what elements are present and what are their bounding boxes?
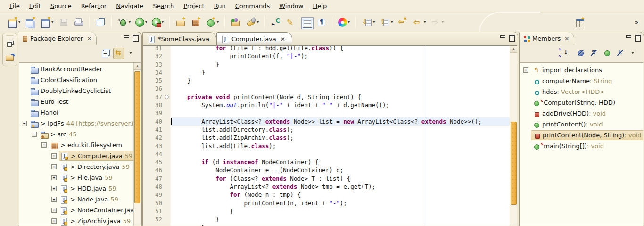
- tree-expander-icon[interactable]: −: [32, 132, 37, 137]
- code-line[interactable]: 37− private void printContent(Node d, St…: [143, 93, 510, 101]
- menu-source[interactable]: Source: [46, 1, 76, 11]
- dropdown-chevron-icon[interactable]: ▾: [162, 20, 164, 24]
- tree-expander-icon[interactable]: +: [51, 197, 57, 202]
- code-line[interactable]: 45 if (d instanceof NodeContainer) {: [143, 158, 510, 166]
- code-text[interactable]: }: [171, 60, 510, 68]
- new-java-class-button[interactable]: ▾: [204, 16, 220, 28]
- toolbar-overflow-chevron[interactable]: »: [635, 18, 638, 25]
- code-line[interactable]: 36: [143, 84, 510, 92]
- open-new-view-button[interactable]: [573, 16, 586, 28]
- code-text[interactable]: [171, 150, 510, 158]
- menu-help[interactable]: Help: [308, 1, 332, 11]
- save-all-button[interactable]: [94, 16, 107, 28]
- minimize-button[interactable]: [626, 35, 631, 40]
- code-text[interactable]: ArrayList<Class<? extends Node>> list = …: [171, 117, 510, 126]
- tree-item[interactable]: −> edu.kit.filesystem: [19, 140, 133, 151]
- code-text[interactable]: if (d instanceof NodeContainer) {: [171, 158, 510, 166]
- package-explorer-tab[interactable]: Package Explorer ✕: [18, 32, 97, 45]
- code-text[interactable]: list.add(Directory.class);: [171, 126, 510, 134]
- menu-search[interactable]: Search: [149, 1, 179, 11]
- code-line[interactable]: 50 printContent(n, ident + "-");: [143, 199, 510, 207]
- code-line[interactable]: 34 }: [143, 68, 510, 76]
- code-line[interactable]: 38 System.out.println("|-" + ident + " "…: [143, 101, 510, 109]
- dropdown-chevron-icon[interactable]: ▾: [391, 20, 393, 24]
- run-button[interactable]: ▾: [134, 16, 149, 28]
- member-item[interactable]: cComputer(String, HDD): [520, 97, 643, 108]
- code-text[interactable]: }: [171, 215, 510, 223]
- maximize-button[interactable]: [509, 35, 515, 40]
- code-line[interactable]: 40 ArrayList<Class<? extends Node>> list…: [143, 117, 510, 126]
- code-line[interactable]: 44: [143, 150, 510, 158]
- dropdown-chevron-icon[interactable]: ▾: [145, 20, 147, 24]
- show-whitespace-characters-button[interactable]: [314, 16, 328, 28]
- code-text[interactable]: [171, 109, 510, 117]
- package-tree-scrollbar[interactable]: ▲: [133, 63, 141, 226]
- menu-run[interactable]: Run: [209, 1, 231, 11]
- dropdown-chevron-icon[interactable]: ▾: [257, 20, 259, 24]
- search-button[interactable]: ▾: [244, 16, 260, 28]
- code-text[interactable]: ArrayList<? extends Node> tmp = e.get(T)…: [171, 183, 510, 191]
- previous-annotation-button[interactable]: ▾: [378, 16, 394, 28]
- code-text[interactable]: list.add(File.class);: [171, 142, 510, 150]
- code-line[interactable]: 49 for (Node n : tmp) {: [143, 191, 510, 199]
- back-button[interactable]: ▾: [411, 16, 427, 28]
- menu-navigate[interactable]: Navigate: [111, 1, 148, 11]
- dropdown-chevron-icon[interactable]: ▾: [348, 20, 350, 24]
- code-line[interactable]: 46 NodeContainer e = (NodeContainer) d;: [143, 166, 510, 174]
- open-type-button[interactable]: [229, 16, 242, 28]
- code-text[interactable]: printContent(f, "|-");: [171, 52, 510, 60]
- code-line[interactable]: 33 }: [143, 60, 510, 68]
- member-item[interactable]: hdds : Vector<HDD>: [520, 86, 643, 97]
- code-line[interactable]: 53 }: [143, 224, 510, 226]
- debug-button[interactable]: ▾: [116, 16, 132, 28]
- dropdown-chevron-icon[interactable]: ▾: [424, 20, 426, 24]
- minimize-button[interactable]: [124, 35, 129, 40]
- tree-expander-icon[interactable]: +: [51, 153, 57, 159]
- run-external-tools-button[interactable]: ▾: [150, 16, 165, 28]
- code-text[interactable]: NodeContainer e = (NodeContainer) d;: [171, 166, 510, 174]
- member-expander-icon[interactable]: +: [523, 67, 528, 73]
- tree-item[interactable]: −> IpdFs44 [https://svnserver.i: [19, 118, 133, 129]
- print-button[interactable]: [72, 16, 85, 28]
- code-text[interactable]: System.out.println("|-" + ident + " " + …: [171, 101, 510, 109]
- fast-view-handle[interactable]: [6, 35, 14, 36]
- hide-fields-button[interactable]: [576, 48, 587, 59]
- tree-item[interactable]: Euro-Test: [19, 96, 133, 107]
- code-line[interactable]: 48 ArrayList<? extends Node> tmp = e.get…: [143, 183, 510, 191]
- code-text[interactable]: }: [171, 76, 510, 84]
- code-text[interactable]: }: [171, 207, 510, 215]
- dropdown-chevron-icon[interactable]: ▾: [217, 20, 219, 24]
- code-line[interactable]: 31 for (File f : hdd.get(File.class)) {: [143, 45, 510, 52]
- tree-expander-icon[interactable]: −: [22, 121, 27, 126]
- view-menu-button[interactable]: [126, 48, 138, 59]
- tree-expander-icon[interactable]: +: [51, 164, 57, 169]
- dropdown-chevron-icon[interactable]: ▾: [129, 20, 131, 24]
- code-line[interactable]: 35 }: [143, 76, 510, 84]
- tree-expander-icon[interactable]: +: [51, 175, 57, 180]
- code-line[interactable]: 51 }: [143, 207, 510, 215]
- code-text[interactable]: private void printContent(Node d, String…: [171, 93, 510, 101]
- editor-tab-computerjava[interactable]: Computer.java✕: [216, 32, 292, 45]
- editor-body[interactable]: 31 for (File f : hdd.get(File.class)) {3…: [143, 45, 517, 226]
- code-line[interactable]: 52 }: [143, 215, 510, 223]
- toggle-mark-occurrences-button[interactable]: [284, 16, 297, 28]
- menu-project[interactable]: Project: [179, 1, 209, 11]
- tree-item[interactable]: ColorClassification: [19, 75, 133, 85]
- menu-edit[interactable]: Edit: [25, 1, 46, 11]
- member-item[interactable]: addDrive(HDD) : void: [520, 108, 643, 119]
- new-wizard-button[interactable]: ▾: [6, 16, 22, 28]
- code-text[interactable]: list.add(ZipArchiv.class);: [171, 134, 510, 142]
- new-java-package-button[interactable]: [189, 16, 202, 28]
- tree-expander-icon[interactable]: +: [51, 218, 57, 224]
- member-item[interactable]: printContent(Node, String) : void: [520, 130, 643, 141]
- code-editor[interactable]: 31 for (File f : hdd.get(File.class)) {3…: [143, 45, 510, 226]
- scroll-up-arrow[interactable]: ▲: [134, 63, 141, 70]
- hide-non-public-members-button[interactable]: [602, 48, 613, 59]
- scrollbar-thumb[interactable]: [511, 122, 517, 205]
- dropdown-chevron-icon[interactable]: ▾: [18, 20, 20, 24]
- package-explorer-close-icon[interactable]: ✕: [87, 35, 91, 42]
- code-line[interactable]: 39: [143, 109, 510, 117]
- maximize-button[interactable]: [133, 35, 139, 40]
- tree-item[interactable]: Hanoi: [19, 107, 133, 118]
- maximize-button[interactable]: [635, 35, 641, 40]
